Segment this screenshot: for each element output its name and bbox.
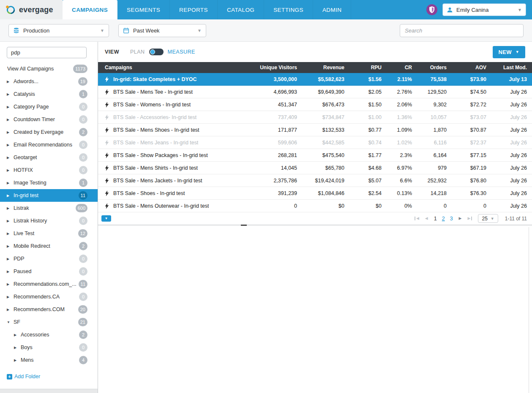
chevron-right-icon[interactable]: ▶ (14, 333, 20, 337)
chevron-right-icon[interactable]: ▶ (7, 308, 13, 312)
last-page-icon[interactable]: ▶ (468, 217, 472, 220)
next-page-icon[interactable]: ▶ (459, 217, 462, 220)
tab-segments[interactable]: SEGMENTS (117, 0, 170, 19)
plan-label[interactable]: PLAN (130, 49, 145, 55)
sidebar-folder[interactable]: ▶Created by Evergage2 (0, 126, 98, 138)
campaign-row[interactable]: BTS Sale - Mens Shirts - In-grid test14,… (98, 162, 532, 174)
plan-measure-toggle[interactable] (149, 49, 164, 55)
sidebar-folder[interactable]: ▶HOTFIX0 (0, 164, 98, 176)
tab-campaigns[interactable]: CAMPAIGNS (63, 0, 117, 19)
column-header-rpu[interactable]: RPU (344, 65, 382, 70)
caret-down-icon: ▼ (491, 217, 494, 221)
sidebar-folder[interactable]: ▶Boys0 (0, 341, 98, 354)
tab-admin[interactable]: ADMIN (313, 0, 352, 19)
page-number-3[interactable]: 3 (450, 216, 453, 222)
chevron-right-icon[interactable]: ▶ (7, 80, 13, 84)
campaign-row[interactable]: BTS Sale - Mens Jackets - In-grid test2,… (98, 174, 532, 187)
sidebar-folder[interactable]: ▶In-grid test11 (0, 189, 98, 202)
chevron-right-icon[interactable]: ▶ (7, 219, 13, 223)
campaign-row[interactable]: BTS Sale - Show Packages - In-grid test2… (98, 149, 532, 162)
sidebar-folder[interactable]: ▶Accessories2 (0, 328, 98, 341)
new-campaign-button[interactable]: NEW ▼ (493, 46, 525, 58)
view-all-label: View All Campaigns (7, 66, 73, 72)
tab-catalog[interactable]: CATALOG (218, 0, 264, 19)
column-header-revenue[interactable]: Revenue (297, 65, 344, 70)
environment-dropdown[interactable]: Production ▼ (8, 24, 109, 37)
chevron-right-icon[interactable]: ▶ (7, 282, 13, 286)
chevron-right-icon[interactable]: ▶ (7, 257, 13, 261)
panel-scrollbar-track[interactable] (529, 227, 529, 393)
panel-resize-handle[interactable] (241, 225, 247, 226)
page-number-1[interactable]: 1 (434, 216, 437, 222)
chevron-right-icon[interactable]: ▶ (7, 244, 13, 248)
chevron-right-icon[interactable]: ▶ (14, 358, 20, 362)
sidebar-folder[interactable]: ▶Email Recommendations0 (0, 138, 98, 151)
sidebar-horizontal-scrollbar[interactable] (0, 389, 98, 393)
chevron-right-icon[interactable]: ▶ (7, 194, 13, 198)
folder-filter-input[interactable] (7, 47, 87, 58)
search-input[interactable] (400, 24, 524, 37)
chevron-right-icon[interactable]: ▶ (7, 92, 13, 96)
column-header-orders[interactable]: Orders (412, 65, 447, 70)
campaign-row[interactable]: BTS Sale - Mens Tee - In-grid test4,696,… (98, 86, 532, 98)
brand-logo[interactable]: evergage (0, 0, 63, 19)
chevron-right-icon[interactable]: ▶ (7, 156, 13, 160)
chevron-right-icon[interactable]: ▶ (7, 118, 13, 122)
collapse-panel-button[interactable]: ▼ (101, 215, 111, 222)
sidebar-folder[interactable]: ▶Geotarget0 (0, 151, 98, 164)
page-number-2[interactable]: 2 (442, 216, 445, 222)
sidebar-folder[interactable]: ▶Recommenders.CA0 (0, 290, 98, 303)
sidebar-folder[interactable]: ▶Category Page0 (0, 100, 98, 113)
add-folder-button[interactable]: + Add Folder (7, 374, 40, 379)
sidebar-folder[interactable]: ▶Mens4 (0, 354, 98, 366)
campaign-row[interactable]: BTS Sale - Womens - In-grid test451,347$… (98, 98, 532, 111)
sidebar-folder[interactable]: ▶Adwords...19 (0, 75, 98, 88)
page-size-dropdown[interactable]: 25 ▼ (478, 214, 498, 223)
sidebar-folder[interactable]: ▶Listrak600 (0, 202, 98, 214)
chevron-right-icon[interactable]: ▶ (7, 270, 13, 274)
chevron-right-icon[interactable]: ▶ (7, 232, 13, 236)
campaign-row[interactable]: In-grid: Skate Completes + DYOC3,500,000… (98, 73, 532, 86)
sidebar-folder[interactable]: ▶Recommendations.com_...11 (0, 278, 98, 290)
sidebar-folder[interactable]: ▶Image Testing1 (0, 176, 98, 189)
chevron-right-icon[interactable]: ▶ (7, 181, 13, 185)
brand-text: evergage (19, 5, 53, 14)
sidebar-folder[interactable]: ▶PDP0 (0, 252, 98, 265)
admin-shield-icon[interactable] (426, 4, 438, 16)
column-header-aov[interactable]: AOV (447, 65, 486, 70)
chevron-right-icon[interactable]: ▶ (7, 295, 13, 299)
chevron-right-icon[interactable]: ▶ (7, 143, 13, 147)
database-icon (13, 27, 19, 34)
chevron-right-icon[interactable]: ▶ (7, 130, 13, 134)
column-header-cr[interactable]: CR (382, 65, 412, 70)
previous-page-icon[interactable]: ◀ (425, 217, 428, 220)
sidebar-folder[interactable]: ▼SF21 (0, 316, 98, 328)
view-all-campaigns[interactable]: View All Campaigns 1173 (0, 62, 98, 75)
chevron-right-icon[interactable]: ▶ (7, 206, 13, 210)
chevron-right-icon[interactable]: ▶ (7, 168, 13, 172)
tab-reports[interactable]: REPORTS (170, 0, 218, 19)
sidebar-folder[interactable]: ▶Mobile Redirect2 (0, 240, 98, 252)
date-range-dropdown[interactable]: Past Week ▼ (118, 24, 206, 37)
sidebar-folder[interactable]: ▶Recommenders.COM20 (0, 303, 98, 316)
chevron-right-icon[interactable]: ▶ (14, 346, 20, 350)
sidebar-folder[interactable]: ▶Paused0 (0, 265, 98, 278)
chevron-down-icon[interactable]: ▼ (7, 320, 13, 324)
campaign-row[interactable]: BTS Sale - Shoes - In-grid test391,239$1… (98, 187, 532, 200)
chevron-right-icon[interactable]: ▶ (7, 105, 13, 109)
sidebar-folder[interactable]: ▶Live Test12 (0, 227, 98, 240)
tab-settings[interactable]: SETTINGS (264, 0, 313, 19)
campaign-row[interactable]: BTS Sale - Mens Jeans - In-grid test599,… (98, 136, 532, 149)
campaign-row[interactable]: BTS Sale - Mens Shoes - In-grid test171,… (98, 124, 532, 136)
column-header-name[interactable]: Campaigns (98, 65, 242, 70)
sidebar-folder[interactable]: ▶Listrak History0 (0, 214, 98, 227)
sidebar-folder[interactable]: ▶Countdown Timer0 (0, 113, 98, 126)
campaign-row[interactable]: BTS Sale - Accessories- In-grid test737,… (98, 111, 532, 124)
measure-label[interactable]: MEASURE (168, 49, 195, 55)
user-menu[interactable]: Emily Canina ▼ (442, 3, 526, 16)
column-header-visitors[interactable]: Unique Visitors (242, 65, 297, 70)
sidebar-folder[interactable]: ▶Catalysis1 (0, 88, 98, 100)
campaign-row[interactable]: BTS Sale - Mens Outerwear - In-grid test… (98, 200, 532, 212)
first-page-icon[interactable]: ◀ (415, 217, 419, 220)
column-header-last_mod[interactable]: Last Mod. (486, 65, 527, 70)
